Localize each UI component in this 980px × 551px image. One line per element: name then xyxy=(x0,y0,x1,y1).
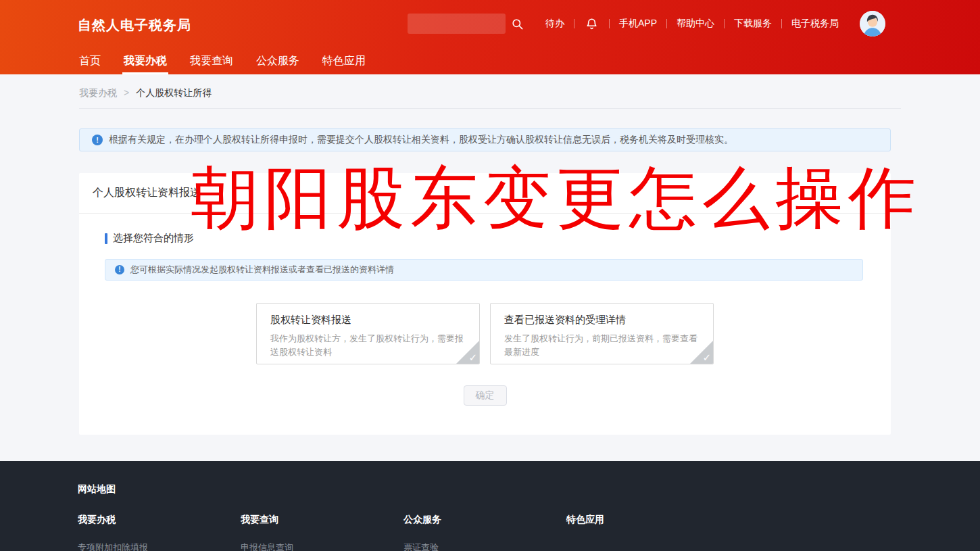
user-avatar[interactable] xyxy=(860,11,885,37)
footer-column-inquiry: 我要查询 申报信息查询 xyxy=(241,514,403,551)
option-card-submit-materials[interactable]: 股权转让资料报送 我作为股权转让方，发生了股权转让行为，需要报送股权转让资料 ✓ xyxy=(256,303,480,364)
footer-link[interactable]: 申报信息查询 xyxy=(241,542,403,551)
footer-link[interactable]: 票证查验 xyxy=(403,542,566,551)
info-circle-icon: ! xyxy=(115,265,124,274)
footer-column-title: 公众服务 xyxy=(403,514,566,526)
footer-columns: 我要办税 专项附加扣除填报 我要查询 申报信息查询 公众服务 票证查验 特色应用 xyxy=(78,514,980,551)
info-circle-icon: ! xyxy=(92,135,103,145)
section-accent-bar xyxy=(105,233,107,244)
search-icon[interactable] xyxy=(511,18,524,30)
nav-item-tax-handling[interactable]: 我要办税 xyxy=(122,51,168,74)
option-description: 我作为股权转让方，发生了股权转让行为，需要报送股权转让资料 xyxy=(270,332,464,359)
footer-column-title: 我要办税 xyxy=(78,514,241,526)
chevron-right-icon: > xyxy=(124,87,129,108)
option-description: 发生了股权转让行为，前期已报送资料，需要查看最新进度 xyxy=(504,332,698,359)
page-footer: 网站地图 我要办税 专项附加扣除填报 我要查询 申报信息查询 公众服务 票证查验… xyxy=(0,461,980,551)
notice-text: 根据有关规定，在办理个人股权转让所得申报时，需要提交个人股权转让相关资料，股权受… xyxy=(109,134,733,146)
nav-item-home[interactable]: 首页 xyxy=(78,51,102,74)
mobile-app-link[interactable]: 手机APP xyxy=(610,18,666,30)
nav-item-featured-apps[interactable]: 特色应用 xyxy=(321,51,367,74)
checkmark-icon: ✓ xyxy=(468,352,477,362)
footer-column-tax-handling: 我要办税 专项附加扣除填报 xyxy=(78,514,241,551)
search-input[interactable] xyxy=(408,14,506,34)
section-title: 选择您符合的情形 xyxy=(113,232,194,245)
nav-item-public-service[interactable]: 公众服务 xyxy=(255,51,301,74)
nav-item-inquiry[interactable]: 我要查询 xyxy=(189,51,235,74)
footer-column-featured-apps: 特色应用 xyxy=(566,514,729,551)
breadcrumb-current: 个人股权转让所得 xyxy=(136,87,212,108)
footer-link[interactable]: 专项附加扣除填报 xyxy=(78,542,241,551)
app-header: 自然人电子税务局 待办 手机APP 帮助中心 下载服务 电子税务局 xyxy=(0,0,980,74)
header-quick-menu: 待办 手机APP 帮助中心 下载服务 电子税务局 xyxy=(536,15,848,32)
panel-title: 个人股权转让资料报送 xyxy=(79,173,891,214)
option-card-view-progress[interactable]: 查看已报送资料的受理详情 发生了股权转让行为，前期已报送资料，需要查看最新进度 … xyxy=(490,303,714,364)
option-title: 股权转让资料报送 xyxy=(270,314,479,327)
notice-banner: ! 根据有关规定，在办理个人股权转让所得申报时，需要提交个人股权转让相关资料，股… xyxy=(79,128,891,151)
checkmark-icon: ✓ xyxy=(702,352,711,362)
etax-bureau-link[interactable]: 电子税务局 xyxy=(782,18,848,30)
confirm-button[interactable]: 确定 xyxy=(464,385,507,406)
section-heading: 选择您符合的情形 xyxy=(105,232,891,245)
main-nav: 首页 我要办税 我要查询 公众服务 特色应用 xyxy=(78,51,367,74)
breadcrumb: 我要办税 > 个人股权转让所得 xyxy=(79,87,901,109)
footer-column-title: 特色应用 xyxy=(566,514,729,526)
todo-link[interactable]: 待办 xyxy=(536,18,574,30)
app-logo: 自然人电子税务局 xyxy=(78,16,191,34)
main-panel: 个人股权转让资料报送 选择您符合的情形 ! 您可根据实际情况发起股权转让资料报送… xyxy=(79,173,891,435)
hint-banner: ! 您可根据实际情况发起股权转让资料报送或者查看已报送的资料详情 xyxy=(105,259,863,281)
hint-text: 您可根据实际情况发起股权转让资料报送或者查看已报送的资料详情 xyxy=(130,264,394,276)
sitemap-title: 网站地图 xyxy=(78,483,980,496)
breadcrumb-parent[interactable]: 我要办税 xyxy=(79,87,117,108)
help-center-link[interactable]: 帮助中心 xyxy=(667,18,724,30)
option-title: 查看已报送资料的受理详情 xyxy=(504,314,713,327)
notification-bell-icon[interactable] xyxy=(574,17,609,31)
footer-column-title: 我要查询 xyxy=(241,514,403,526)
download-service-link[interactable]: 下载服务 xyxy=(725,18,781,30)
option-cards: 股权转让资料报送 我作为股权转让方，发生了股权转让行为，需要报送股权转让资料 ✓… xyxy=(79,303,891,364)
footer-column-public-service: 公众服务 票证查验 xyxy=(403,514,566,551)
search-box xyxy=(408,14,524,34)
